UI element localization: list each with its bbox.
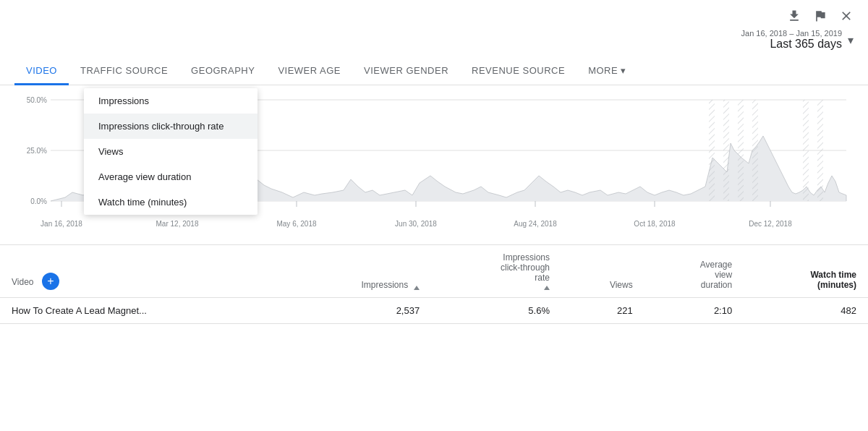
dropdown-menu: Impressions Impressions click-through ra… bbox=[84, 88, 258, 215]
impressions-ctr-sort-icon bbox=[544, 286, 550, 290]
tab-traffic-source[interactable]: TRAFFIC SOURCE bbox=[69, 56, 179, 85]
svg-text:Dec 12, 2018: Dec 12, 2018 bbox=[749, 220, 792, 228]
date-range-subtitle: Jan 16, 2018 – Jan 15, 2019 bbox=[741, 29, 842, 38]
col-header-avg-view-duration: Averageviewduration bbox=[644, 245, 744, 298]
hatch-area-4 bbox=[752, 100, 758, 201]
cell-watch-time: 482 bbox=[744, 298, 868, 324]
tab-viewer-age[interactable]: VIEWER AGE bbox=[266, 56, 352, 85]
svg-text:0.0%: 0.0% bbox=[30, 197, 47, 205]
svg-text:Mar 12, 2018: Mar 12, 2018 bbox=[156, 220, 199, 228]
tab-revenue-source[interactable]: REVENUE SOURCE bbox=[460, 56, 576, 85]
date-range-main: Last 365 days bbox=[741, 38, 842, 51]
dropdown-item-avg-view-duration[interactable]: Average view duration bbox=[84, 164, 258, 189]
hatch-area-1 bbox=[709, 100, 715, 201]
tab-geography[interactable]: GEOGRAPHY bbox=[179, 56, 266, 85]
svg-text:May 6, 2018: May 6, 2018 bbox=[276, 220, 316, 228]
data-table-container: Video + Impressions Impressionsclick-thr… bbox=[0, 244, 868, 324]
col-header-impressions-ctr-label: Impressionsclick-throughrate bbox=[501, 252, 550, 283]
col-header-watch-time: Watch time(minutes) bbox=[744, 245, 868, 298]
svg-text:Jan 16, 2018: Jan 16, 2018 bbox=[41, 220, 82, 228]
app-container: Jan 16, 2018 – Jan 15, 2019 Last 365 day… bbox=[0, 0, 868, 324]
more-chevron-icon: ▾ bbox=[621, 65, 626, 76]
col-header-avg-label: Averageviewduration bbox=[700, 260, 732, 290]
svg-text:Aug 24, 2018: Aug 24, 2018 bbox=[514, 220, 557, 228]
col-header-watch-time-label: Watch time(minutes) bbox=[810, 270, 856, 290]
nav-tabs-wrapper: VIDEO TRAFFIC SOURCE GEOGRAPHY VIEWER AG… bbox=[0, 56, 868, 85]
tab-viewer-gender[interactable]: VIEWER GENDER bbox=[352, 56, 460, 85]
dropdown-item-views[interactable]: Views bbox=[84, 139, 258, 164]
hatch-area-6 bbox=[817, 100, 823, 201]
table-header-row: Video + Impressions Impressionsclick-thr… bbox=[0, 245, 868, 298]
cell-video: How To Create A Lead Magnet... bbox=[0, 298, 285, 324]
cell-views: 221 bbox=[561, 298, 644, 324]
cell-avg-view-duration: 2:10 bbox=[644, 298, 744, 324]
col-header-video-label: Video bbox=[12, 277, 33, 287]
hatch-area-2 bbox=[723, 100, 729, 201]
date-range-container[interactable]: Jan 16, 2018 – Jan 15, 2019 Last 365 day… bbox=[0, 29, 868, 56]
col-header-impressions-ctr: Impressionsclick-throughrate bbox=[431, 245, 561, 298]
svg-text:Jun 30, 2018: Jun 30, 2018 bbox=[395, 220, 437, 228]
top-toolbar bbox=[0, 0, 868, 29]
flag-button[interactable] bbox=[813, 9, 827, 23]
date-range-chevron-icon: ▾ bbox=[848, 33, 854, 47]
col-header-video: Video + bbox=[0, 245, 285, 298]
col-header-impressions: Impressions bbox=[285, 245, 432, 298]
table-row: How To Create A Lead Magnet... 2,537 5.6… bbox=[0, 298, 868, 324]
close-button[interactable] bbox=[839, 9, 854, 23]
col-header-impressions-label: Impressions bbox=[361, 280, 408, 290]
data-table: Video + Impressions Impressionsclick-thr… bbox=[0, 245, 868, 324]
dropdown-item-watch-time[interactable]: Watch time (minutes) bbox=[84, 189, 258, 215]
col-header-views-label: Views bbox=[610, 280, 633, 290]
col-header-views: Views bbox=[561, 245, 644, 298]
tab-more[interactable]: MORE ▾ bbox=[576, 56, 638, 85]
hatch-area-5 bbox=[803, 100, 809, 201]
dropdown-item-impressions[interactable]: Impressions bbox=[84, 88, 258, 114]
dropdown-item-impressions-ctr[interactable]: Impressions click-through rate bbox=[84, 114, 258, 139]
impressions-sort-icon bbox=[414, 286, 420, 290]
download-button[interactable] bbox=[787, 9, 801, 23]
svg-text:Oct 18, 2018: Oct 18, 2018 bbox=[634, 220, 676, 228]
svg-text:25.0%: 25.0% bbox=[27, 147, 47, 155]
cell-impressions: 2,537 bbox=[285, 298, 432, 324]
cell-impressions-ctr: 5.6% bbox=[431, 298, 561, 324]
tab-video[interactable]: VIDEO bbox=[14, 56, 69, 85]
hatch-area-3 bbox=[738, 100, 744, 201]
nav-tabs: VIDEO TRAFFIC SOURCE GEOGRAPHY VIEWER AG… bbox=[0, 56, 868, 85]
add-video-button[interactable]: + bbox=[42, 273, 59, 290]
svg-text:50.0%: 50.0% bbox=[27, 96, 47, 104]
date-range-text: Jan 16, 2018 – Jan 15, 2019 Last 365 day… bbox=[741, 29, 842, 51]
